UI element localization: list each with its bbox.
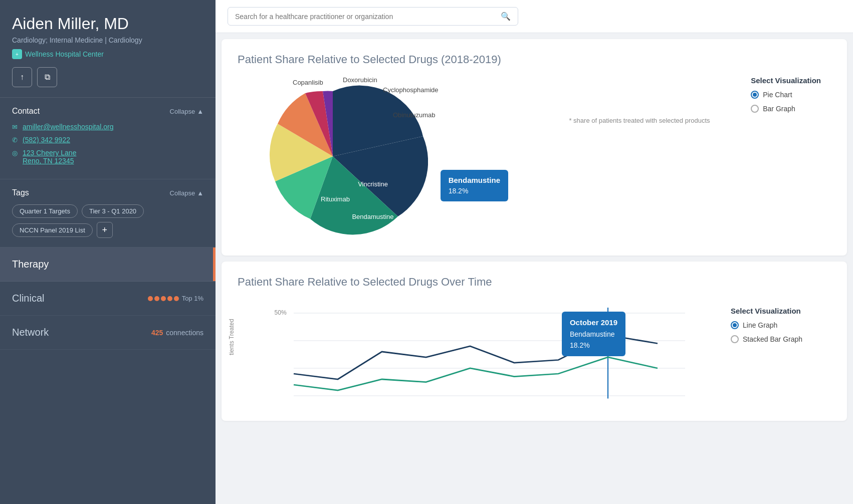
oct-tooltip: October 2019 Bendamustine 18.2%	[562, 312, 625, 356]
line-viz-option-stacked[interactable]: Stacked Bar Graph	[731, 335, 831, 343]
clinical-meta: Top 1%	[148, 295, 203, 302]
line-chart-title: Patient Share Relative to Selected Drugs…	[238, 276, 831, 289]
top-badge: Top 1%	[182, 295, 203, 302]
main-content: 🔍 Patient Share Relative to Selected Dru…	[216, 0, 853, 504]
line-radio[interactable]	[731, 321, 739, 329]
phone-icon: ✆	[12, 136, 18, 144]
contact-title: Contact	[12, 107, 40, 116]
network-meta: 425 connections	[151, 329, 203, 337]
tags-header: Tags Collapse ▲	[12, 188, 203, 197]
location-icon: ◎	[12, 149, 18, 157]
search-bar-container: 🔍	[216, 0, 853, 33]
tags-section: Tags Collapse ▲ Quarter 1 Targets Tier 3…	[0, 179, 216, 247]
line-teal	[294, 357, 658, 390]
email-value[interactable]: amiller@wellnesshospital.org	[23, 123, 114, 131]
pie-tooltip-label: Bendamustine	[449, 175, 500, 186]
pie-wrapper: Rituximab Bendamustine Vincristine Copan…	[238, 71, 428, 241]
line-viz-title: Select Visualization	[731, 307, 831, 315]
contact-address[interactable]: ◎ 123 Cheery Lane Reno, TN 12345	[12, 149, 203, 165]
pie-chart-section: Patient Share Relative to Selected Drugs…	[222, 39, 847, 256]
tags-title: Tags	[12, 188, 29, 197]
nav-clinical-label: Clinical	[12, 293, 44, 304]
dot-2	[154, 296, 159, 301]
phone-value[interactable]: (582) 342 9922	[23, 136, 70, 144]
contact-phone[interactable]: ✆ (582) 342 9922	[12, 136, 203, 144]
nav-item-therapy[interactable]: Therapy	[0, 247, 216, 282]
pie-footnote: * share of patients treated with selecte…	[448, 117, 831, 124]
pie-right-panel: Select Visualization Pie Chart Bar Graph…	[448, 71, 831, 124]
pie-radio[interactable]	[751, 91, 759, 99]
oct-tooltip-drug: Bendamustine	[570, 329, 617, 340]
search-input[interactable]	[235, 13, 496, 21]
dot-4	[167, 296, 172, 301]
contact-collapse[interactable]: Collapse ▲	[170, 108, 203, 115]
obinutuzumab-label: Obinutuzumab	[393, 111, 436, 119]
connections-label: connections	[166, 329, 203, 337]
hospital-name: Wellness Hospital Center	[25, 50, 104, 58]
viz-option-bar[interactable]: Bar Graph	[751, 105, 821, 113]
contact-header: Contact Collapse ▲	[12, 107, 203, 116]
doctor-name: Aiden Miller, MD	[12, 14, 203, 33]
sidebar-header: Aiden Miller, MD Cardiology; Internal Me…	[0, 0, 216, 98]
address-value[interactable]: 123 Cheery Lane Reno, TN 12345	[23, 149, 76, 165]
add-tag-button[interactable]: +	[97, 222, 113, 238]
viz-option-pie[interactable]: Pie Chart	[751, 91, 821, 99]
pie-chart-area: Rituximab Bendamustine Vincristine Copan…	[238, 71, 831, 241]
line-chart-area: tients Treated 50%	[238, 297, 831, 407]
doctor-specialty: Cardiology; Internal Medicine | Cardiolo…	[12, 36, 203, 44]
oct-tooltip-value: 18.2%	[570, 340, 617, 351]
line-chart-wrapper: tients Treated 50%	[238, 297, 716, 407]
email-icon: ✉	[12, 123, 18, 131]
nav-therapy-label: Therapy	[12, 259, 49, 270]
stacked-radio[interactable]	[731, 335, 739, 343]
dot-5	[174, 296, 179, 301]
tags-container: Quarter 1 Targets Tier 3 - Q1 2020 NCCN …	[12, 204, 203, 238]
dot-3	[161, 296, 166, 301]
clinical-dots	[148, 296, 179, 301]
bendamustine-label: Bendamustine	[352, 213, 393, 220]
pie-tooltip-value: 18.2%	[449, 186, 500, 196]
viz-select-title: Select Visualization	[751, 76, 821, 85]
search-icon: 🔍	[501, 12, 511, 21]
line-chart-section: Patient Share Relative to Selected Drugs…	[222, 262, 847, 421]
tag-nccn[interactable]: NCCN Panel 2019 List	[12, 223, 93, 237]
contact-email[interactable]: ✉ amiller@wellnesshospital.org	[12, 123, 203, 131]
rituximab-label: Rituximab	[321, 195, 350, 203]
pie-svg: Rituximab Bendamustine Vincristine	[238, 71, 428, 241]
sidebar-actions: ↑ ⧉	[12, 67, 203, 87]
line-viz-options: Select Visualization Line Graph Stacked …	[731, 302, 831, 343]
pie-viz-select: Select Visualization Pie Chart Bar Graph	[751, 71, 831, 113]
connections-count: 425	[151, 329, 163, 337]
nav-item-clinical[interactable]: Clinical Top 1%	[0, 282, 216, 316]
viz-options: Select Visualization Pie Chart Bar Graph	[751, 71, 821, 113]
dot-1	[148, 296, 153, 301]
contact-section: Contact Collapse ▲ ✉ amiller@wellnesshos…	[0, 98, 216, 179]
oct-tooltip-month: October 2019	[570, 317, 617, 329]
bar-radio[interactable]	[751, 105, 759, 113]
upload-button[interactable]: ↑	[12, 67, 32, 87]
pie-tooltip: Bendamustine 18.2%	[441, 170, 508, 202]
search-input-wrapper: 🔍	[228, 7, 518, 26]
nav-network-label: Network	[12, 327, 49, 338]
line-viz-select: Select Visualization Line Graph Stacked …	[731, 297, 831, 407]
line-viz-option-line[interactable]: Line Graph	[731, 321, 831, 329]
copanlisib-label: Copanlisib	[293, 79, 323, 86]
hospital-icon: +	[12, 49, 22, 59]
copy-button[interactable]: ⧉	[37, 67, 57, 87]
hospital-link[interactable]: + Wellness Hospital Center	[12, 49, 203, 59]
tags-collapse[interactable]: Collapse ▲	[170, 189, 203, 197]
line-chart-svg: 50%	[248, 297, 726, 407]
tag-q1-targets[interactable]: Quarter 1 Targets	[12, 204, 78, 218]
tag-tier3[interactable]: Tier 3 - Q1 2020	[82, 204, 144, 218]
vincristine-label: Vincristine	[358, 180, 388, 188]
pie-chart-title: Patient Share Relative to Selected Drugs…	[238, 53, 831, 66]
nav-item-network[interactable]: Network 425 connections	[0, 316, 216, 350]
doxorubicin-label: Doxorubicin	[343, 76, 377, 84]
y-50-label: 50%	[275, 309, 287, 316]
cyclophosphamide-label: Cyclophosphamide	[383, 86, 439, 94]
y-axis-label: tients Treated	[228, 319, 235, 355]
sidebar: Aiden Miller, MD Cardiology; Internal Me…	[0, 0, 216, 504]
